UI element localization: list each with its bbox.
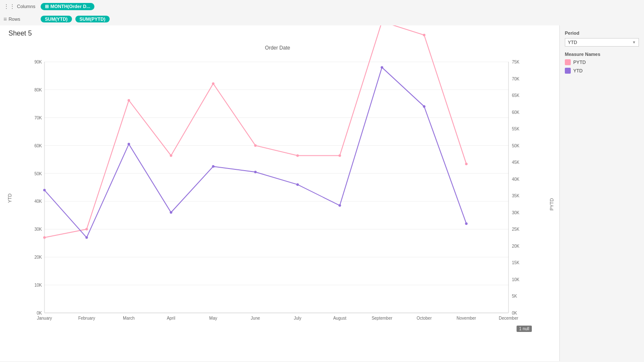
svg-text:20K: 20K bbox=[512, 244, 520, 249]
svg-text:65K: 65K bbox=[512, 93, 520, 98]
svg-point-67 bbox=[254, 171, 257, 173]
svg-text:0K: 0K bbox=[37, 311, 42, 315]
columns-pill-label: MONTH(Order D... bbox=[50, 4, 90, 9]
null-badge: 1 null bbox=[517, 326, 532, 332]
columns-text: Columns bbox=[17, 4, 35, 9]
svg-point-65 bbox=[170, 211, 172, 214]
svg-point-71 bbox=[423, 105, 426, 108]
columns-pill[interactable]: ⊞ MONTH(Order D... bbox=[41, 3, 94, 10]
sheet-title: Sheet 5 bbox=[0, 30, 559, 41]
svg-text:February: February bbox=[78, 316, 95, 321]
columns-label: ⋮⋮ Columns bbox=[3, 3, 37, 10]
chart-title: Order Date bbox=[23, 45, 532, 51]
svg-point-53 bbox=[127, 99, 130, 102]
svg-text:January: January bbox=[37, 316, 52, 321]
svg-text:April: April bbox=[167, 316, 175, 321]
svg-text:75K: 75K bbox=[512, 60, 520, 64]
legend-ytd: YTD bbox=[565, 68, 639, 74]
columns-row: ⋮⋮ Columns ⊞ MONTH(Order D... bbox=[0, 0, 644, 13]
svg-text:November: November bbox=[456, 316, 476, 321]
svg-text:60K: 60K bbox=[512, 110, 520, 115]
svg-text:December: December bbox=[499, 316, 519, 321]
svg-text:30K: 30K bbox=[512, 210, 520, 215]
svg-text:September: September bbox=[372, 316, 393, 321]
svg-point-56 bbox=[254, 144, 257, 147]
svg-point-54 bbox=[170, 154, 172, 157]
measure-names-label: Measure Names bbox=[565, 52, 639, 57]
svg-text:July: July bbox=[294, 316, 301, 321]
svg-point-68 bbox=[296, 183, 299, 186]
svg-text:80K: 80K bbox=[34, 88, 42, 92]
columns-pill-icon: ⊞ bbox=[45, 4, 49, 9]
svg-text:0K: 0K bbox=[512, 311, 517, 315]
svg-point-72 bbox=[465, 222, 467, 225]
chart-svg: 0K10K20K30K40K50K60K70K80K90K0K5K10K15K2… bbox=[23, 53, 532, 332]
svg-text:10K: 10K bbox=[34, 283, 42, 287]
rows-pill-ytd[interactable]: SUM(YTD) bbox=[41, 16, 72, 22]
rows-text: Rows bbox=[8, 17, 20, 22]
svg-point-57 bbox=[296, 154, 299, 157]
svg-text:50K: 50K bbox=[34, 171, 42, 176]
svg-text:October: October bbox=[417, 316, 432, 321]
svg-text:15K: 15K bbox=[512, 260, 520, 265]
columns-drag-icon: ⋮⋮ bbox=[3, 3, 15, 10]
chart-area: Order Date YTD PYTD 0K10K20K30K40K50K60K… bbox=[0, 41, 559, 355]
svg-text:55K: 55K bbox=[512, 127, 520, 131]
period-dropdown[interactable]: YTD ▼ bbox=[565, 38, 639, 47]
svg-text:45K: 45K bbox=[512, 160, 520, 165]
svg-text:March: March bbox=[123, 316, 135, 321]
svg-point-51 bbox=[43, 236, 46, 239]
svg-text:70K: 70K bbox=[512, 77, 520, 81]
svg-point-60 bbox=[423, 34, 426, 36]
svg-point-70 bbox=[381, 66, 383, 69]
svg-text:10K: 10K bbox=[512, 277, 520, 282]
svg-text:70K: 70K bbox=[34, 116, 42, 120]
svg-text:35K: 35K bbox=[512, 193, 520, 198]
period-value: YTD bbox=[568, 40, 577, 45]
svg-text:30K: 30K bbox=[34, 227, 42, 232]
toolbar: ⋮⋮ Columns ⊞ MONTH(Order D... ≡ Rows SUM… bbox=[0, 0, 644, 25]
period-section: Period YTD ▼ bbox=[565, 30, 639, 47]
rows-row: ≡ Rows SUM(YTD) SUM(PYTD) bbox=[0, 13, 644, 25]
svg-text:May: May bbox=[209, 316, 217, 321]
svg-point-61 bbox=[465, 163, 467, 165]
svg-point-64 bbox=[127, 143, 130, 145]
svg-point-52 bbox=[86, 228, 88, 230]
ytd-swatch bbox=[565, 68, 571, 74]
svg-text:90K: 90K bbox=[34, 60, 42, 64]
chart-container: Sheet 5 Order Date YTD PYTD 0K10K20K30K4… bbox=[0, 25, 559, 361]
svg-text:40K: 40K bbox=[34, 199, 42, 204]
period-dropdown-arrow: ▼ bbox=[632, 40, 636, 44]
period-label: Period bbox=[565, 30, 639, 36]
pytd-swatch bbox=[565, 59, 571, 65]
svg-point-55 bbox=[212, 82, 215, 85]
rows-pill-ytd-label: SUM(YTD) bbox=[45, 17, 68, 22]
rows-pill-pytd[interactable]: SUM(PYTD) bbox=[75, 16, 110, 22]
chart-inner: 0K10K20K30K40K50K60K70K80K90K0K5K10K15K2… bbox=[23, 53, 532, 332]
rows-drag-icon: ≡ bbox=[3, 16, 7, 22]
svg-point-62 bbox=[43, 189, 46, 191]
pytd-legend-label: PYTD bbox=[573, 60, 586, 65]
legend-pytd: PYTD bbox=[565, 59, 639, 65]
main-area: Sheet 5 Order Date YTD PYTD 0K10K20K30K4… bbox=[0, 25, 644, 361]
right-axis-label: PYTD bbox=[549, 198, 554, 210]
svg-text:60K: 60K bbox=[34, 144, 42, 148]
svg-point-66 bbox=[212, 165, 215, 168]
svg-point-58 bbox=[338, 154, 341, 157]
measure-names-section: Measure Names PYTD YTD bbox=[565, 52, 639, 74]
ytd-legend-label: YTD bbox=[573, 68, 583, 73]
rows-label: ≡ Rows bbox=[3, 16, 37, 22]
svg-text:50K: 50K bbox=[512, 144, 520, 148]
rows-pill-pytd-label: SUM(PYTD) bbox=[80, 17, 105, 22]
svg-point-63 bbox=[86, 236, 88, 239]
left-axis-label: YTD bbox=[7, 193, 12, 203]
svg-text:5K: 5K bbox=[512, 294, 517, 298]
svg-text:40K: 40K bbox=[512, 177, 520, 182]
svg-point-69 bbox=[338, 204, 341, 207]
svg-text:25K: 25K bbox=[512, 227, 520, 232]
svg-text:June: June bbox=[251, 316, 260, 321]
svg-text:August: August bbox=[333, 316, 346, 321]
svg-text:20K: 20K bbox=[34, 255, 42, 260]
right-panel: Period YTD ▼ Measure Names PYTD YTD bbox=[559, 25, 644, 361]
